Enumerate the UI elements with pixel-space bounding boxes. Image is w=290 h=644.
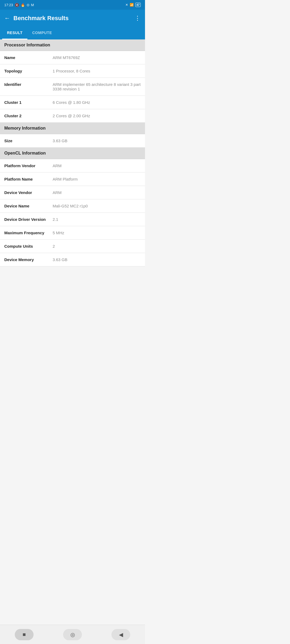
table-row: Device Driver Version 2.1	[0, 213, 145, 226]
row-value: 6 Cores @ 1.80 GHz	[53, 100, 141, 105]
row-value: ARM implementer 65 architecture 8 varian…	[53, 82, 141, 91]
table-row: Size 3.63 GB	[0, 134, 145, 148]
table-row: Platform Name ARM Platform	[0, 173, 145, 186]
table-row: Identifier ARM implementer 65 architectu…	[0, 78, 145, 96]
processor-section-header: Processor Information	[0, 39, 145, 51]
row-label: Size	[4, 138, 53, 143]
table-row: Topology 1 Processor, 8 Cores	[0, 64, 145, 78]
row-label: Identifier	[4, 82, 53, 87]
page-title: Benchmark Results	[13, 15, 68, 22]
row-value: Mali-G52 MC2 r1p0	[53, 204, 141, 208]
table-row: Platform Vendor ARM	[0, 159, 145, 173]
tab-result[interactable]: RESULT	[2, 27, 27, 39]
status-right: ✕ 📶 47	[125, 3, 141, 7]
row-label: Name	[4, 55, 53, 60]
row-value: 3.63 GB	[53, 257, 141, 262]
app-bar-left: ← Benchmark Results	[4, 15, 68, 22]
tab-bar: RESULT COMPUTE	[0, 27, 145, 39]
row-value: ARM	[53, 163, 141, 168]
flame-icon: 🔥	[21, 3, 25, 7]
row-label: Device Driver Version	[4, 217, 53, 222]
row-value: 2	[53, 244, 141, 248]
status-left: 17:23 🔇 🔥 ⊙ M	[4, 3, 34, 7]
x-icon: ✕	[125, 3, 128, 7]
row-label: Cluster 1	[4, 100, 53, 105]
battery-level: 47	[136, 3, 140, 6]
row-label: Cluster 2	[4, 114, 53, 118]
row-label: Topology	[4, 69, 53, 73]
row-value: 2 Cores @ 2.00 GHz	[53, 114, 141, 118]
tab-compute[interactable]: COMPUTE	[27, 27, 57, 39]
battery-indicator: 47	[135, 3, 141, 7]
app-bar: ← Benchmark Results ⋮	[0, 10, 145, 27]
table-row: Cluster 1 6 Cores @ 1.80 GHz	[0, 96, 145, 109]
row-value: 2.1	[53, 217, 141, 222]
row-value: ARM MT6769Z	[53, 55, 141, 60]
status-bar: 17:23 🔇 🔥 ⊙ M ✕ 📶 47	[0, 0, 145, 10]
main-content: Processor Information Name ARM MT6769Z T…	[0, 39, 145, 288]
time-display: 17:23	[4, 3, 13, 7]
row-label: Platform Name	[4, 177, 53, 181]
row-label: Device Name	[4, 204, 53, 208]
row-label: Compute Units	[4, 244, 53, 248]
table-row: Cluster 2 2 Cores @ 2.00 GHz	[0, 109, 145, 123]
opencl-section: OpenCL Information Platform Vendor ARM P…	[0, 148, 145, 266]
back-button[interactable]: ←	[4, 15, 10, 22]
row-value: 1 Processor, 8 Cores	[53, 69, 141, 73]
row-label: Device Vendor	[4, 190, 53, 195]
row-value: 3.63 GB	[53, 138, 141, 143]
more-options-button[interactable]: ⋮	[135, 15, 141, 22]
table-row: Name ARM MT6769Z	[0, 51, 145, 64]
table-row: Maximum Frequency 5 MHz	[0, 226, 145, 240]
opencl-section-header: OpenCL Information	[0, 148, 145, 159]
table-row: Device Name Mali-G52 MC2 r1p0	[0, 199, 145, 213]
location-icon: ⊙	[27, 3, 30, 7]
table-row: Device Memory 3.63 GB	[0, 253, 145, 266]
table-row: Device Vendor ARM	[0, 186, 145, 199]
row-label: Platform Vendor	[4, 163, 53, 168]
memory-section: Memory Information Size 3.63 GB	[0, 123, 145, 148]
email-icon: M	[31, 3, 34, 7]
processor-section: Processor Information Name ARM MT6769Z T…	[0, 39, 145, 123]
row-value: 5 MHz	[53, 230, 141, 235]
wifi-icon: 📶	[130, 3, 134, 7]
memory-section-header: Memory Information	[0, 123, 145, 134]
row-label: Device Memory	[4, 257, 53, 262]
row-value: ARM	[53, 190, 141, 195]
table-row: Compute Units 2	[0, 240, 145, 253]
row-label: Maximum Frequency	[4, 230, 53, 235]
row-value: ARM Platform	[53, 177, 141, 181]
mute-icon: 🔇	[15, 3, 19, 7]
